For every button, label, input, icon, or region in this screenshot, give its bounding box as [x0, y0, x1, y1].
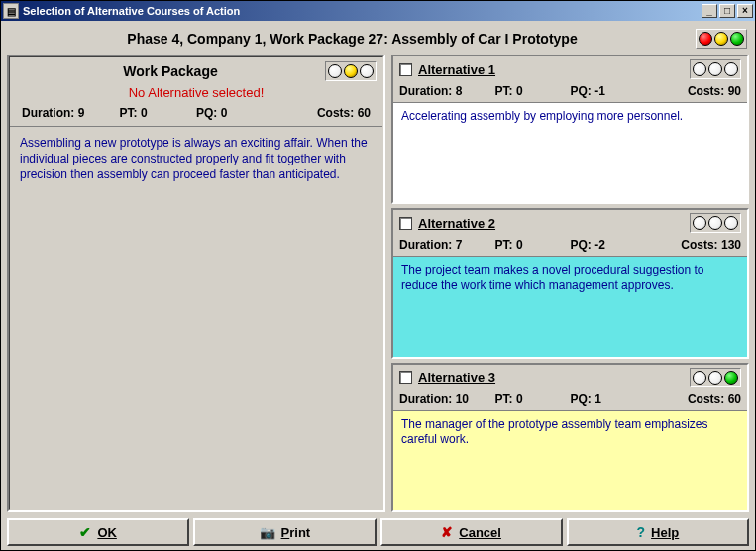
- alt1-pq-value: -1: [594, 84, 605, 98]
- alt3-costs-value: 60: [728, 392, 741, 406]
- wp-light-3-icon: [360, 64, 374, 78]
- cancel-button-label: Cancel: [459, 525, 501, 540]
- system-menu-icon[interactable]: ▤: [3, 3, 19, 19]
- print-button-mnemonic: P: [281, 525, 290, 540]
- status-light-green-icon: [730, 32, 744, 46]
- alt1-light-1-icon: [693, 62, 706, 76]
- alternative-1-metrics: Duration: 8 PT: 0 PQ: -1 Costs: 90: [393, 80, 747, 102]
- question-icon: ?: [637, 524, 646, 540]
- alt2-light-1-icon: [693, 216, 706, 230]
- no-alternative-message: No Alternative selected!: [16, 81, 377, 102]
- wp-pq-label: PQ:: [196, 106, 217, 120]
- wp-pt-value: 0: [141, 106, 148, 120]
- work-package-header: Work Package No Alternative selected! Du…: [10, 57, 382, 127]
- alt1-pq-label: PQ:: [570, 84, 591, 98]
- button-bar: ✔ OK 📷 Print ✘ Cancel ? Help: [7, 512, 749, 546]
- alternative-3-description: The manager of the prototype assembly te…: [393, 411, 747, 510]
- wp-duration-value: 9: [78, 106, 85, 120]
- cancel-button[interactable]: ✘ Cancel: [380, 518, 563, 546]
- alternative-3-checkbox[interactable]: [399, 371, 412, 384]
- help-button-label: Help: [651, 525, 679, 540]
- wp-costs-label: Costs:: [317, 106, 354, 120]
- alt1-costs-value: 90: [728, 84, 741, 98]
- alt2-costs-label: Costs:: [681, 238, 717, 252]
- alt1-light-3-icon: [724, 62, 738, 76]
- ok-button[interactable]: ✔ OK: [7, 518, 189, 546]
- alt3-pt-value: 0: [516, 392, 523, 406]
- alt2-duration-label: Duration:: [399, 238, 452, 252]
- alternative-3-traffic-lights: [690, 368, 741, 387]
- alternative-2-name: Alternative 2: [418, 216, 690, 231]
- alt3-pt-label: PT:: [495, 392, 513, 406]
- camera-icon: 📷: [260, 525, 275, 540]
- wp-costs-value: 60: [358, 106, 371, 120]
- alt1-light-2-icon: [708, 62, 722, 76]
- ok-button-label: OK: [97, 525, 117, 540]
- alt2-costs-value: 130: [721, 238, 741, 252]
- alt1-pt-label: PT:: [495, 84, 513, 98]
- status-light-yellow-icon: [714, 32, 728, 46]
- alternative-1-name: Alternative 1: [418, 62, 690, 77]
- alt3-light-1-icon: [693, 371, 706, 385]
- header-traffic-lights: [696, 29, 747, 49]
- print-button-rest: rint: [289, 525, 310, 540]
- main-split: Work Package No Alternative selected! Du…: [7, 55, 749, 512]
- alt2-light-2-icon: [708, 216, 722, 230]
- alt1-duration-value: 8: [456, 84, 463, 98]
- alt1-costs-label: Costs:: [688, 84, 724, 98]
- alternative-2-card[interactable]: Alternative 2 Duration: 7 PT: 0 PQ: -2: [391, 208, 749, 358]
- alternative-1-description: Accelerating assembly by employing more …: [393, 103, 747, 202]
- minimize-button[interactable]: _: [702, 4, 717, 18]
- alt2-duration-value: 7: [456, 238, 463, 252]
- check-icon: ✔: [79, 524, 91, 540]
- wp-pt-label: PT:: [120, 106, 138, 120]
- alternative-2-traffic-lights: [690, 213, 741, 233]
- alt1-pt-value: 0: [516, 84, 523, 98]
- alternative-2-description: The project team makes a novel procedura…: [393, 257, 747, 356]
- work-package-description: Assembling a new prototype is always an …: [10, 127, 382, 509]
- alternative-3-name: Alternative 3: [418, 370, 690, 385]
- alternative-3-metrics: Duration: 10 PT: 0 PQ: 1 Costs: 60: [393, 388, 747, 410]
- app-window: ▤ Selection of Alternative Courses of Ac…: [0, 0, 756, 551]
- status-light-red-icon: [699, 32, 712, 46]
- alt2-pq-label: PQ:: [570, 238, 591, 252]
- wp-pq-value: 0: [221, 106, 228, 120]
- alternatives-column: Alternative 1 Duration: 8 PT: 0 PQ: -1: [391, 55, 749, 512]
- content-area: Phase 4, Company 1, Work Package 27: Ass…: [1, 21, 755, 550]
- print-button[interactable]: 📷 Print: [193, 518, 376, 546]
- alternative-3-card[interactable]: Alternative 3 Duration: 10 PT: 0 PQ: 1: [391, 363, 749, 512]
- alternative-1-checkbox[interactable]: [399, 63, 412, 76]
- work-package-traffic-lights: [325, 61, 377, 81]
- alternative-1-card[interactable]: Alternative 1 Duration: 8 PT: 0 PQ: -1: [391, 55, 749, 204]
- alt2-pt-value: 0: [516, 238, 523, 252]
- alt2-pq-value: -2: [594, 238, 605, 252]
- alternative-2-checkbox[interactable]: [399, 217, 412, 230]
- alt2-light-3-icon: [724, 216, 738, 230]
- help-button[interactable]: ? Help: [567, 518, 749, 546]
- wp-duration-label: Duration:: [22, 106, 74, 120]
- window-title: Selection of Alternative Courses of Acti…: [23, 5, 240, 17]
- alt3-pq-label: PQ:: [570, 392, 591, 406]
- page-title: Phase 4, Company 1, Work Package 27: Ass…: [9, 31, 696, 47]
- work-package-panel: Work Package No Alternative selected! Du…: [7, 55, 385, 512]
- alt3-duration-label: Duration:: [399, 392, 452, 406]
- wp-light-1-icon: [328, 64, 342, 78]
- header-row: Phase 4, Company 1, Work Package 27: Ass…: [7, 25, 749, 55]
- close-button[interactable]: ×: [737, 4, 753, 18]
- wp-light-2-icon: [344, 64, 358, 78]
- alt3-costs-label: Costs:: [688, 392, 724, 406]
- maximize-button[interactable]: □: [719, 4, 735, 18]
- alt1-duration-label: Duration:: [399, 84, 452, 98]
- titlebar[interactable]: ▤ Selection of Alternative Courses of Ac…: [1, 1, 755, 21]
- alt3-duration-value: 10: [456, 392, 469, 406]
- alt2-pt-label: PT:: [495, 238, 513, 252]
- alt3-light-2-icon: [708, 371, 722, 385]
- alternative-2-metrics: Duration: 7 PT: 0 PQ: -2 Costs: 130: [393, 234, 747, 256]
- alt3-pq-value: 1: [594, 392, 601, 406]
- x-icon: ✘: [441, 524, 453, 540]
- alt3-light-3-icon: [724, 371, 738, 385]
- work-package-title: Work Package: [16, 63, 325, 79]
- alternative-1-traffic-lights: [690, 59, 741, 79]
- work-package-metrics: Duration: 9 PT: 0 PQ: 0 Costs: 60: [16, 102, 377, 124]
